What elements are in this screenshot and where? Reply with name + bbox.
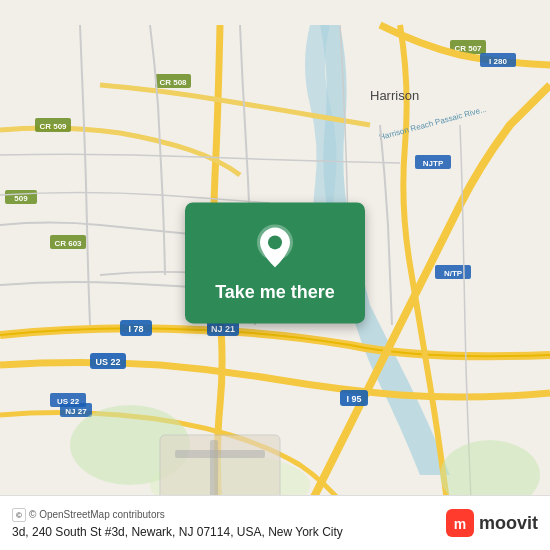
svg-text:US 22: US 22 [57,397,80,406]
svg-text:NJ 27: NJ 27 [65,407,87,416]
take-me-there-container: Take me there [185,202,365,323]
moovit-logo: m moovit [446,509,538,537]
svg-text:CR 508: CR 508 [159,78,187,87]
take-me-there-button[interactable]: Take me there [215,282,335,303]
moovit-brand-text: moovit [479,513,538,534]
svg-text:US 22: US 22 [95,357,120,367]
bottom-bar: © © OpenStreetMap contributors 3d, 240 S… [0,495,550,550]
svg-text:NJTP: NJTP [423,159,444,168]
map-container: I 78 US 22 NJ 21 I 95 NJTP N/TP NJ 27 [0,0,550,550]
svg-text:Harrison: Harrison [370,88,419,103]
green-card: Take me there [185,202,365,323]
osm-logo-icon: © [12,508,26,522]
svg-text:CR 603: CR 603 [54,239,82,248]
bottom-left: © © OpenStreetMap contributors 3d, 240 S… [12,508,446,539]
address-text: 3d, 240 South St #3d, Newark, NJ 07114, … [12,525,446,539]
svg-text:NJ 21: NJ 21 [211,324,235,334]
svg-point-38 [268,235,282,249]
svg-text:509: 509 [14,194,28,203]
osm-credit: © © OpenStreetMap contributors [12,508,446,522]
svg-text:I 95: I 95 [346,394,361,404]
osm-credit-text: © OpenStreetMap contributors [29,509,165,520]
location-pin-icon [250,222,300,272]
moovit-logo-icon: m [446,509,474,537]
svg-rect-35 [175,450,265,458]
svg-text:N/TP: N/TP [444,269,463,278]
svg-text:I 78: I 78 [128,324,143,334]
svg-text:CR 509: CR 509 [39,122,67,131]
svg-text:m: m [454,516,466,532]
svg-text:I 280: I 280 [489,57,507,66]
